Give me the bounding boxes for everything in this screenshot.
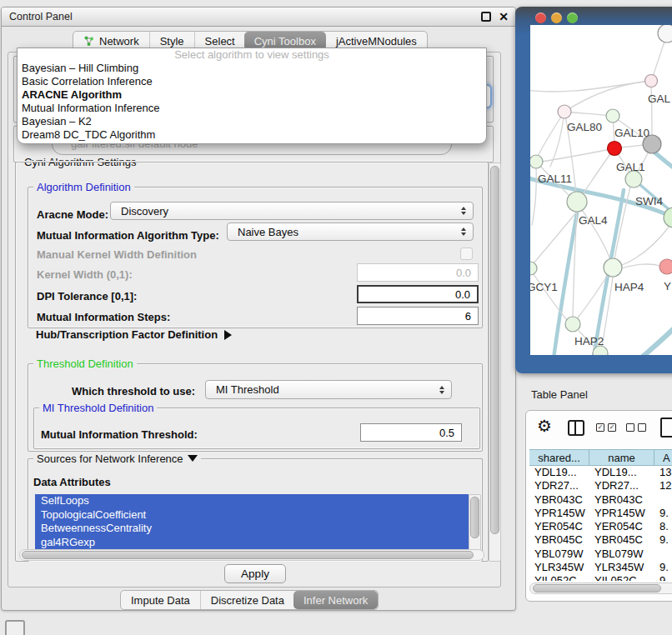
manual-kernel-width-checkbox[interactable]: [460, 248, 473, 260]
scrollbar-thumb[interactable]: [470, 497, 479, 538]
scrollbar-thumb[interactable]: [533, 584, 661, 592]
scrollbar-thumb[interactable]: [490, 166, 499, 534]
attribute-item-topologicalcoefficient[interactable]: TopologicalCoefficient: [35, 508, 469, 522]
column-header-a[interactable]: A: [654, 449, 672, 466]
data-attributes-list[interactable]: SelfLoopsTopologicalCoefficientBetweenne…: [35, 494, 469, 551]
node-gal1[interactable]: [608, 142, 622, 156]
collapse-arrow-icon[interactable]: [188, 455, 198, 462]
window-traffic-lights: [535, 12, 578, 23]
node-salmon[interactable]: [659, 259, 672, 274]
node-hap4[interactable]: [604, 258, 622, 277]
algorithm-dropdown-list: Select algorithm to view settingsBayesia…: [17, 48, 487, 144]
node-hap2[interactable]: [565, 317, 580, 332]
node-gal4[interactable]: [567, 192, 587, 212]
table-row[interactable]: YBR043CYBR043C: [529, 493, 672, 507]
network-canvas[interactable]: GALGAL80GAL10GAL1GAL11SWI4GAL4GCY1HAP4YH…: [530, 25, 672, 355]
table-cell: YBL079W: [529, 548, 589, 561]
sources-frame: Sources for Network Inference Data Attri…: [28, 458, 483, 562]
node-swi4[interactable]: [625, 171, 642, 188]
attributes-vertical-scrollbar[interactable]: [469, 494, 481, 552]
minimize-window-icon[interactable]: [551, 12, 562, 23]
table-cell: YBR045C: [529, 533, 589, 547]
threshold-definition-legend: Threshold Definition: [33, 358, 137, 370]
apply-button[interactable]: Apply: [224, 564, 286, 583]
network-edge-teal: [654, 152, 672, 177]
dropdown-item-basic-correlation-inference[interactable]: Basic Correlation Inference: [18, 75, 486, 88]
kernel-width-field[interactable]: 0.0: [357, 263, 479, 282]
sources-legend-text: Sources for Network Inference: [37, 452, 183, 465]
collapsed-panel-icon[interactable]: [5, 620, 25, 635]
table-row[interactable]: YER054CYER054C8.: [529, 520, 672, 533]
zoom-window-icon[interactable]: [567, 12, 578, 23]
table-row[interactable]: YBR045CYBR045C9.: [529, 533, 672, 547]
attribute-item-selfloops[interactable]: SelfLoops: [35, 494, 469, 508]
gear-icon[interactable]: ⚙: [537, 416, 552, 436]
table-horizontal-scrollbar[interactable]: [529, 582, 672, 594]
scrollbar-thumb[interactable]: [22, 551, 474, 559]
table-cell: 9.: [654, 507, 672, 520]
network-edge-gray: [620, 145, 644, 148]
tab-discretize-data[interactable]: Discretize Data: [200, 591, 294, 609]
table-row[interactable]: YIL052CYIL052C9: [529, 574, 672, 581]
node-gcy1[interactable]: [530, 262, 537, 275]
network-edge-gray: [651, 37, 666, 81]
mi-threshold-definition-frame: MI Threshold Definition Mutual Informati…: [33, 408, 480, 449]
mi-steps-value: 6: [465, 310, 471, 322]
cyni-algorithm-settings-frame: Cyni Algorithm Settings Algorithm Defini…: [15, 162, 489, 562]
node-gal11[interactable]: [530, 155, 543, 168]
settings-vertical-scrollbar[interactable]: [489, 162, 501, 562]
table-row[interactable]: YDL19...YDL19...13: [529, 466, 672, 479]
table-toolbar: ⚙ ✓✓: [526, 411, 672, 448]
hub-definition-expander[interactable]: Hub/Transcription Factor Definition: [36, 328, 232, 341]
which-threshold-combobox[interactable]: MI Threshold: [205, 380, 452, 399]
table-cell: 13: [654, 466, 672, 479]
attribute-item-gal4rgexp[interactable]: gal4RGexp: [35, 536, 469, 550]
table-row[interactable]: YLR345WYLR345W9.: [529, 561, 672, 574]
network-edge-gray: [621, 264, 660, 268]
dpi-tolerance-field[interactable]: 0.0: [357, 285, 479, 303]
threshold-definition-frame: Threshold Definition Which threshold to …: [28, 363, 483, 452]
table-cell: YPR145W: [589, 507, 654, 520]
mi-steps-field[interactable]: 6: [357, 307, 479, 325]
network-edge-gray: [622, 225, 670, 265]
split-columns-icon[interactable]: [568, 420, 584, 436]
column-header-name[interactable]: name: [589, 449, 654, 466]
deselect-all-checkboxes-icon[interactable]: [626, 423, 646, 432]
node-table: shared...nameA YDL19...YDL19...13YDR27..…: [529, 449, 672, 581]
screen: Control Panel ✕ NetworkStyleSelectCyni T…: [0, 0, 672, 635]
document-icon[interactable]: [660, 418, 672, 438]
mi-algorithm-type-label: Mutual Information Algorithm Type:: [37, 229, 219, 242]
dropdown-item-mutual-information-inference[interactable]: Mutual Information Inference: [18, 102, 486, 115]
table-row[interactable]: YBL079WYBL079W: [529, 548, 672, 561]
select-all-checkboxes-icon[interactable]: ✓✓: [596, 423, 616, 432]
tab-label: Cyni Toolbox: [254, 35, 316, 48]
control-panel-window: Control Panel ✕ NetworkStyleSelectCyni T…: [1, 7, 516, 611]
node-gal-pink[interactable]: [645, 75, 658, 88]
table-cell: YBR045C: [589, 533, 654, 547]
node-top[interactable]: [658, 25, 672, 42]
tab-label: Impute Data: [131, 594, 190, 607]
node-gal80[interactable]: [558, 105, 571, 118]
close-window-icon[interactable]: [535, 12, 546, 23]
mi-algorithm-type-combobox[interactable]: Naive Bayes: [227, 222, 474, 241]
column-header-shared[interactable]: shared...: [529, 449, 589, 466]
mi-threshold-field[interactable]: 0.5: [360, 423, 462, 442]
attribute-item-betweennesscentrality[interactable]: BetweennessCentrality: [35, 522, 469, 536]
dropdown-item-dream8-dc-tdc-algorithm[interactable]: Dream8 DC_TDC Algorithm: [18, 128, 486, 142]
node-gal10[interactable]: [606, 109, 619, 122]
network-edge-gray: [532, 167, 536, 225]
settings-horizontal-scrollbar[interactable]: [19, 549, 484, 561]
window-controls: ✕: [481, 12, 509, 22]
dropdown-item-bayesian-k2[interactable]: Bayesian – K2: [18, 115, 486, 128]
close-icon[interactable]: ✕: [499, 12, 509, 22]
dropdown-item-bayesian-hill-climbing[interactable]: Bayesian – Hill Climbing: [18, 62, 486, 75]
node-label-gal10: GAL10: [614, 127, 649, 139]
float-window-icon[interactable]: [481, 12, 491, 22]
dropdown-item-aracne-algorithm[interactable]: ARACNE Algorithm: [18, 88, 486, 102]
table-row[interactable]: YDR27...YDR27...12: [529, 479, 672, 492]
aracne-mode-combobox[interactable]: Discovery: [110, 202, 474, 220]
tab-infer-network[interactable]: Infer Network: [293, 591, 378, 609]
node-right-big[interactable]: [664, 208, 672, 228]
table-row[interactable]: YPR145WYPR145W9.: [529, 507, 672, 520]
tab-impute-data[interactable]: Impute Data: [121, 591, 200, 609]
